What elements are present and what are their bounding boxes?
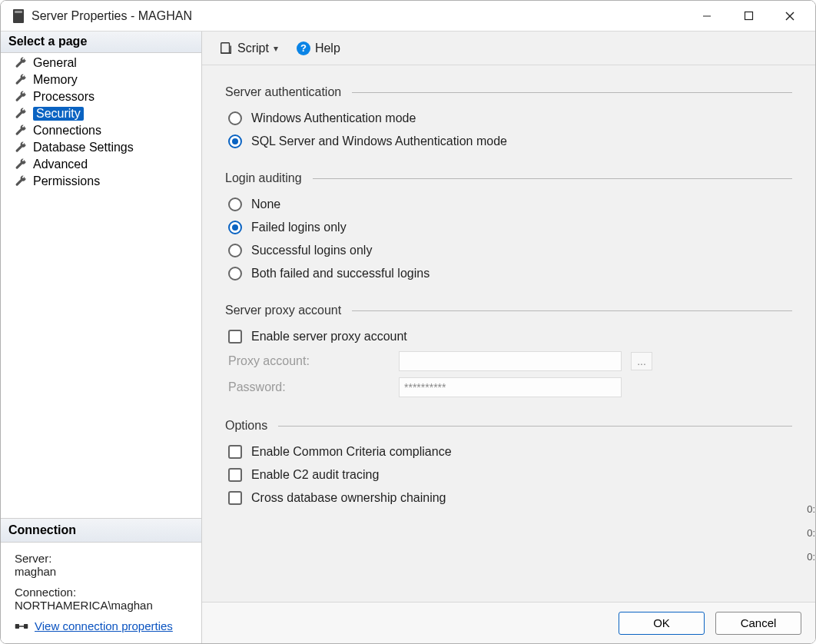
ok-button[interactable]: OK xyxy=(619,612,705,635)
connection-header: Connection xyxy=(1,518,201,543)
checkbox-label: Enable C2 audit tracing xyxy=(251,468,379,482)
radio-icon xyxy=(228,111,242,125)
checkbox-enable-proxy[interactable]: Enable server proxy account xyxy=(225,325,792,348)
sidebar-item-connections[interactable]: Connections xyxy=(1,122,201,139)
server-label: Server: xyxy=(15,552,191,565)
svg-rect-5 xyxy=(24,624,28,629)
sidebar-item-label: Advanced xyxy=(33,158,88,171)
checkbox-icon xyxy=(228,491,242,505)
radio-audit-failed[interactable]: Failed logins only xyxy=(225,216,792,239)
maximize-icon xyxy=(744,11,754,21)
divider xyxy=(278,426,792,427)
sidebar-item-memory[interactable]: Memory xyxy=(1,71,201,88)
radio-label: Failed logins only xyxy=(251,221,347,234)
radio-icon xyxy=(228,267,242,281)
proxy-account-browse-button[interactable]: ... xyxy=(631,352,652,370)
group-title-proxy: Server proxy account xyxy=(225,304,352,317)
radio-audit-none[interactable]: None xyxy=(225,193,792,216)
sidebar-item-database-settings[interactable]: Database Settings xyxy=(1,139,201,156)
maximize-button[interactable] xyxy=(728,1,769,31)
content-area: Server authentication Windows Authentica… xyxy=(202,65,815,602)
sidebar-item-processors[interactable]: Processors xyxy=(1,88,201,105)
sidebar-item-label: Processors xyxy=(33,90,95,104)
edge-tick: 0: xyxy=(807,527,815,539)
checkbox-c2-audit[interactable]: Enable C2 audit tracing xyxy=(225,463,792,486)
radio-label: Successful logins only xyxy=(251,244,372,257)
radio-label: None xyxy=(251,198,280,211)
minimize-icon xyxy=(702,11,712,22)
checkbox-icon xyxy=(228,468,242,482)
sidebar-item-general[interactable]: General xyxy=(1,55,201,71)
svg-rect-4 xyxy=(15,624,19,629)
wrench-icon xyxy=(15,175,27,188)
proxy-account-label: Proxy account: xyxy=(228,354,390,368)
sidebar: Select a page General Memory Processors … xyxy=(1,32,202,643)
wrench-icon xyxy=(15,158,27,171)
svg-rect-6 xyxy=(19,626,24,627)
script-icon xyxy=(219,41,233,55)
close-button[interactable] xyxy=(769,1,811,31)
radio-windows-auth[interactable]: Windows Authentication mode xyxy=(225,107,792,130)
toolbar: Script ▾ ? Help xyxy=(202,32,815,65)
cancel-button[interactable]: Cancel xyxy=(715,612,801,635)
radio-label: Both failed and successful logins xyxy=(251,267,430,281)
checkbox-label: Enable Common Criteria compliance xyxy=(251,445,452,459)
sidebar-item-label: Security xyxy=(33,107,84,121)
radio-icon xyxy=(228,134,242,148)
group-title-login-auditing: Login auditing xyxy=(225,171,313,185)
wrench-icon xyxy=(15,108,27,120)
connection-label: Connection: xyxy=(15,586,191,599)
sidebar-item-permissions[interactable]: Permissions xyxy=(1,173,201,190)
radio-icon xyxy=(228,244,242,257)
sidebar-item-label: Database Settings xyxy=(33,141,134,154)
chevron-down-icon: ▾ xyxy=(274,43,278,54)
select-page-header: Select a page xyxy=(1,32,201,53)
help-button[interactable]: ? Help xyxy=(292,39,345,58)
proxy-account-input[interactable] xyxy=(399,351,622,371)
radio-label: SQL Server and Windows Authentication mo… xyxy=(251,134,507,148)
checkbox-label: Cross database ownership chaining xyxy=(251,491,446,505)
divider xyxy=(313,178,792,179)
sidebar-item-advanced[interactable]: Advanced xyxy=(1,156,201,173)
window-controls xyxy=(686,1,811,31)
checkbox-cross-db-ownership[interactable]: Cross database ownership chaining xyxy=(225,486,792,510)
window-title: Server Properties - MAGHAN xyxy=(32,9,192,23)
wrench-icon xyxy=(15,74,27,86)
radio-label: Windows Authentication mode xyxy=(251,111,416,125)
minimize-button[interactable] xyxy=(686,1,728,31)
wrench-icon xyxy=(15,91,27,103)
main-panel: Script ▾ ? Help Server authentication Wi… xyxy=(202,32,815,643)
page-list: General Memory Processors Security Conne… xyxy=(1,53,201,194)
wrench-icon xyxy=(15,124,27,137)
script-button[interactable]: Script ▾ xyxy=(214,39,283,58)
sidebar-item-label: Connections xyxy=(33,124,101,138)
connection-panel: Server: maghan Connection: NORTHAMERICA\… xyxy=(1,543,201,643)
sidebar-item-security[interactable]: Security xyxy=(1,105,201,122)
server-icon xyxy=(13,9,24,23)
radio-audit-both[interactable]: Both failed and successful logins xyxy=(225,262,792,285)
group-title-server-auth: Server authentication xyxy=(225,85,352,99)
divider xyxy=(352,310,792,311)
sidebar-item-label: Memory xyxy=(33,73,78,87)
wrench-icon xyxy=(15,141,27,154)
footer: OK Cancel xyxy=(202,602,815,643)
edge-tick: 0: xyxy=(807,551,815,563)
connection-properties-icon xyxy=(15,621,28,632)
wrench-icon xyxy=(15,57,27,69)
radio-audit-success[interactable]: Successful logins only xyxy=(225,239,792,262)
group-title-options: Options xyxy=(225,419,278,433)
server-value: maghan xyxy=(15,565,191,578)
svg-rect-1 xyxy=(745,12,752,20)
help-label: Help xyxy=(315,41,340,55)
checkbox-icon xyxy=(228,445,242,459)
view-connection-properties-link[interactable]: View connection properties xyxy=(35,619,173,632)
proxy-password-input[interactable] xyxy=(399,377,622,397)
script-label: Script xyxy=(237,41,269,55)
radio-icon xyxy=(228,198,242,211)
checkbox-label: Enable server proxy account xyxy=(251,330,407,344)
radio-mixed-auth[interactable]: SQL Server and Windows Authentication mo… xyxy=(225,130,792,153)
titlebar: Server Properties - MAGHAN xyxy=(1,1,815,32)
checkbox-common-criteria[interactable]: Enable Common Criteria compliance xyxy=(225,440,792,463)
close-icon xyxy=(784,11,795,22)
edge-tick: 0: xyxy=(807,503,815,515)
